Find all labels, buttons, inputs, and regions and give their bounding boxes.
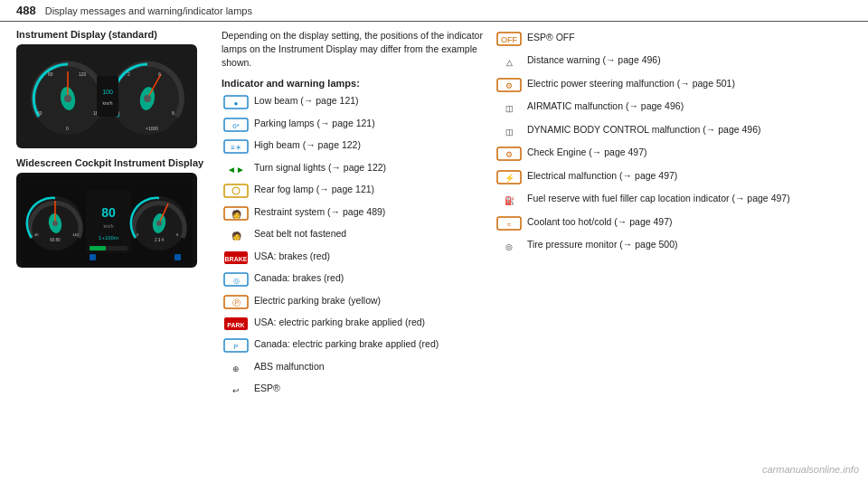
icon-svg: ⛽ bbox=[496, 192, 522, 208]
svg-rect-54 bbox=[224, 184, 248, 197]
lamp-text: Electric power steering malfunction (→ p… bbox=[525, 75, 852, 98]
svg-text:🧑: 🧑 bbox=[231, 231, 242, 241]
svg-rect-21 bbox=[97, 76, 118, 117]
svg-text:◎: ◎ bbox=[505, 242, 513, 251]
lamp-row: ↩ESP® bbox=[222, 381, 484, 402]
svg-text:◄►: ◄► bbox=[227, 165, 245, 175]
icon-svg: Ⓟ bbox=[223, 294, 249, 310]
lamp-row: ◎Tire pressure monitor (→ page 500) bbox=[495, 236, 852, 259]
svg-text:6: 6 bbox=[158, 71, 161, 77]
lamp-icon-cell: OFF bbox=[495, 29, 525, 52]
svg-text:140: 140 bbox=[72, 232, 79, 237]
lamp-icon-cell: PARK bbox=[222, 315, 252, 336]
svg-text:2 3 4: 2 3 4 bbox=[155, 238, 165, 242]
lamp-text: Restraint system (→ page 489) bbox=[252, 203, 484, 225]
left-column: Instrument Display (standard) 140 40 180… bbox=[16, 29, 211, 402]
lamp-text: High beam (→ page 122) bbox=[252, 137, 484, 159]
svg-text:8: 8 bbox=[172, 110, 175, 116]
svg-text:80: 80 bbox=[101, 205, 116, 220]
lamp-icon-cell: ≈ bbox=[495, 213, 525, 236]
mid-column: Depending on the display setting, the po… bbox=[222, 29, 484, 402]
lamp-text: Check Engine (→ page 497) bbox=[525, 144, 852, 166]
svg-text:OFF: OFF bbox=[501, 35, 517, 44]
lamp-icon-cell: ≡☀ bbox=[222, 137, 252, 159]
lamp-text: Coolant too hot/cold (→ page 497) bbox=[525, 213, 852, 236]
lamp-icon-cell: ↩ bbox=[222, 381, 252, 402]
lamp-row: PARKUSA: electric parking brake applied … bbox=[222, 315, 484, 336]
icon-svg: ◄► bbox=[223, 161, 249, 177]
lamp-row: ⚙Electric power steering malfunction (→ … bbox=[495, 75, 852, 98]
icon-svg: ⚡ bbox=[496, 169, 522, 185]
svg-rect-37 bbox=[90, 246, 106, 250]
icon-svg: ⚙ bbox=[496, 77, 522, 93]
lamp-row: ≈Coolant too hot/cold (→ page 497) bbox=[495, 213, 852, 236]
svg-text:◫: ◫ bbox=[505, 104, 514, 113]
svg-text:2: 2 bbox=[127, 71, 130, 77]
lamp-icon-cell: P bbox=[222, 336, 252, 358]
icon-svg: ◎ bbox=[223, 271, 249, 288]
lamp-icon-cell: 🧑 bbox=[222, 226, 252, 248]
lamp-table-mid: ●Low beam (→ page 121)0*Parking lamps (→… bbox=[222, 93, 484, 403]
lamp-row: ⓅElectric parking brake (yellow) bbox=[222, 292, 484, 314]
lamp-text: Canada: electric parking brake applied (… bbox=[252, 336, 484, 358]
intro-text: Depending on the display setting, the po… bbox=[222, 29, 484, 71]
svg-text:BRAKE: BRAKE bbox=[225, 256, 248, 262]
icon-svg: PARK bbox=[223, 316, 249, 332]
lamp-text: ABS malfunction bbox=[252, 358, 484, 380]
svg-text:1+100m: 1+100m bbox=[99, 235, 118, 241]
svg-text:≈: ≈ bbox=[507, 221, 512, 229]
instrument-svg: 140 40 180 80 120 0 4 0 8 bbox=[21, 49, 193, 144]
lamp-text: DYNAMIC BODY CONTROL malfunction (→ page… bbox=[525, 121, 852, 144]
svg-text:↩: ↩ bbox=[232, 386, 240, 395]
svg-rect-45 bbox=[90, 254, 96, 260]
lamp-icon-cell: ◫ bbox=[495, 121, 525, 144]
lamp-row: 0*Parking lamps (→ page 121) bbox=[222, 115, 484, 137]
page-header: 488 Display messages and warning/indicat… bbox=[0, 0, 868, 22]
lamp-row: 🧑Restraint system (→ page 489) bbox=[222, 203, 484, 225]
lamp-row: Rear fog lamp (→ page 121) bbox=[222, 182, 484, 203]
icon-svg: ◫ bbox=[496, 123, 522, 139]
svg-text:0*: 0* bbox=[232, 122, 240, 130]
indicator-heading: Indicator and warning lamps: bbox=[222, 78, 484, 89]
lamp-row: ◎Canada: brakes (red) bbox=[222, 270, 484, 292]
instrument-display-standard: 140 40 180 80 120 0 4 0 8 bbox=[16, 44, 197, 148]
lamp-row: BRAKEUSA: brakes (red) bbox=[222, 248, 484, 269]
lamp-text: Tire pressure monitor (→ page 500) bbox=[525, 236, 852, 259]
lamp-text: Low beam (→ page 121) bbox=[252, 93, 484, 115]
svg-text:◫: ◫ bbox=[505, 128, 514, 137]
icon-svg: ◫ bbox=[496, 99, 522, 116]
svg-rect-32 bbox=[86, 190, 131, 253]
lamp-icon-cell: ◫ bbox=[495, 98, 525, 120]
main-content: Instrument Display (standard) 140 40 180… bbox=[0, 29, 868, 402]
lamp-icon-cell: ● bbox=[222, 93, 252, 115]
lamp-text: Electrical malfunction (→ page 497) bbox=[525, 167, 852, 190]
svg-text:100: 100 bbox=[102, 89, 113, 95]
lamp-row: ⊕ABS malfunction bbox=[222, 358, 484, 380]
icon-svg: OFF bbox=[496, 31, 522, 47]
svg-text:40: 40 bbox=[34, 232, 39, 237]
svg-text:km/h: km/h bbox=[104, 223, 114, 229]
icon-svg: 🧑 bbox=[223, 227, 249, 243]
lamp-text: Seat belt not fastened bbox=[252, 226, 484, 248]
lamp-icon-cell: ⛽ bbox=[495, 190, 525, 213]
lamp-text: Fuel reserve with fuel filler cap locati… bbox=[525, 190, 852, 213]
lamp-icon-cell: 0* bbox=[222, 115, 252, 137]
svg-text:△: △ bbox=[506, 58, 513, 67]
lamp-row: ◫DYNAMIC BODY CONTROL malfunction (→ pag… bbox=[495, 121, 852, 144]
lamp-text: USA: brakes (red) bbox=[252, 248, 484, 269]
lamp-icon-cell: ◎ bbox=[495, 236, 525, 259]
lamp-text: Electric parking brake (yellow) bbox=[252, 292, 484, 314]
lamp-icon-cell: ⚙ bbox=[495, 75, 525, 98]
icon-svg: ≡☀ bbox=[223, 138, 249, 155]
lamp-text: Distance warning (→ page 496) bbox=[525, 52, 852, 74]
icon-svg: ● bbox=[223, 94, 249, 110]
icon-svg: 🧑 bbox=[223, 205, 249, 222]
lamp-text: Turn signal lights (→ page 122) bbox=[252, 159, 484, 181]
lamp-icon-cell: △ bbox=[495, 52, 525, 74]
page-number: 488 bbox=[16, 4, 36, 17]
widescreen-svg: 60 80 40 140 80 km/h 1+100m 2 3 4 0 bbox=[21, 176, 193, 265]
svg-point-10 bbox=[64, 95, 71, 102]
svg-text:P: P bbox=[233, 343, 238, 351]
lamp-text: Parking lamps (→ page 121) bbox=[252, 115, 484, 137]
svg-text:◎: ◎ bbox=[233, 277, 240, 285]
